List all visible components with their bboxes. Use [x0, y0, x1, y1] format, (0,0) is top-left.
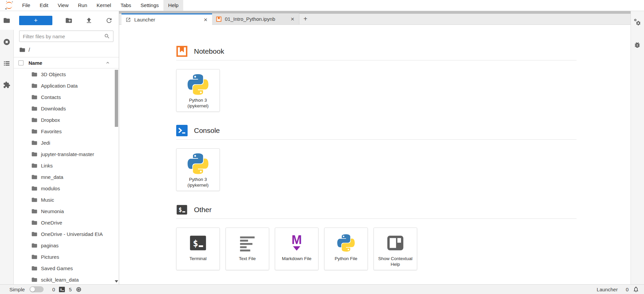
terminals-count[interactable]: 0	[52, 287, 55, 292]
bell-icon[interactable]	[633, 286, 639, 293]
card-notebook-python3[interactable]: Python 3 (ipykernel)	[176, 69, 220, 112]
python-logo-icon	[337, 234, 355, 252]
folder-row[interactable]: scikit_learn_data	[14, 274, 119, 284]
close-tab-icon[interactable]: ×	[203, 17, 208, 22]
folder-row[interactable]: Application Data	[14, 80, 119, 91]
section-title: Other	[194, 206, 212, 214]
dock-tab-bar: Launcher × 01_Intro_Python.ipynb × +	[119, 11, 631, 25]
menu-kernel[interactable]: Kernel	[92, 0, 116, 11]
card-terminal[interactable]: Terminal	[176, 228, 220, 270]
contextual-help-icon	[387, 234, 404, 252]
folder-row[interactable]: mne_data	[14, 171, 119, 183]
notifications-count[interactable]: 0	[626, 287, 629, 292]
text-file-icon	[239, 234, 256, 252]
bug-icon	[634, 41, 641, 49]
name-column-header[interactable]: Name	[29, 60, 105, 66]
folder-row[interactable]: jupyter-translate-master	[14, 148, 119, 160]
table-of-contents-icon	[3, 60, 10, 67]
file-browser-toolbar: +	[14, 11, 119, 30]
launcher-section-console: Console Python 3 (ipykernel)	[176, 125, 577, 191]
folder-row[interactable]: Music	[14, 194, 119, 205]
upload-icon[interactable]	[85, 17, 93, 24]
card-markdown-file[interactable]: Markdown File	[275, 228, 318, 270]
folder-row[interactable]: paginas	[14, 240, 119, 251]
launcher-section-other: Other Terminal Text File Markdown File	[176, 204, 577, 270]
card-show-contextual-help[interactable]: Show Contextual Help	[374, 228, 417, 270]
tab-launcher[interactable]: Launcher ×	[121, 13, 212, 25]
menu-edit[interactable]: Edit	[35, 0, 53, 11]
file-list-header[interactable]: Name	[14, 57, 119, 68]
folder-row[interactable]: Favorites	[14, 126, 119, 137]
home-folder-icon	[19, 47, 26, 53]
running-kernels-icon	[3, 38, 10, 46]
folder-row[interactable]: Saved Games	[14, 262, 119, 274]
python-logo-icon	[188, 153, 208, 174]
launcher-icon	[126, 17, 131, 22]
folder-row[interactable]: Links	[14, 160, 119, 171]
kernels-count[interactable]: 5	[69, 287, 71, 292]
simple-mode-toggle[interactable]	[30, 286, 44, 292]
file-list: 3D Objects Application Data Contacts Dow…	[14, 68, 119, 284]
status-bar: Simple 0 5 Launcher 0	[0, 284, 644, 294]
terminal-icon	[176, 204, 188, 215]
launcher-section-notebook: Notebook Python 3 (ipykernel)	[176, 46, 577, 112]
terminal-icon	[189, 234, 207, 252]
card-console-python3[interactable]: Python 3 (ipykernel)	[176, 148, 220, 191]
folder-row[interactable]: Neumonia	[14, 205, 119, 217]
puzzle-icon	[3, 81, 10, 89]
menu-settings[interactable]: Settings	[136, 0, 163, 11]
filter-files-box	[19, 31, 113, 42]
python-logo-icon	[188, 74, 208, 95]
new-launcher-button[interactable]: +	[19, 16, 52, 25]
left-sidebar	[0, 11, 14, 284]
sidebar-tab-file-browser[interactable]	[0, 11, 14, 30]
menu-run[interactable]: Run	[73, 0, 92, 11]
menu-file[interactable]: File	[17, 0, 35, 11]
card-python-file[interactable]: Python File	[324, 228, 368, 270]
select-all-checkbox[interactable]	[18, 60, 23, 65]
section-title: Console	[194, 127, 220, 135]
sort-ascending-icon	[105, 60, 110, 65]
close-tab-icon[interactable]: ×	[290, 16, 295, 22]
main-dock-panel: Launcher × 01_Intro_Python.ipynb × + Not…	[119, 11, 631, 284]
notebook-icon	[216, 16, 221, 22]
sidebar-tab-extensions[interactable]	[0, 76, 14, 94]
folder-row[interactable]: 3D Objects	[14, 68, 119, 80]
folder-row[interactable]: Dropbox	[14, 114, 119, 126]
sidebar-tab-debugger[interactable]	[634, 41, 642, 49]
console-icon	[176, 125, 188, 136]
section-title: Notebook	[194, 47, 224, 55]
file-browser-panel: + / Name 3D Objects Application Data Con…	[14, 11, 119, 284]
scroll-down-arrow-icon[interactable]	[115, 280, 118, 283]
gears-icon	[634, 18, 641, 26]
folder-row[interactable]: OneDrive - Universidad EIA	[14, 228, 119, 240]
sidebar-tab-running[interactable]	[0, 33, 14, 51]
menu-bar: File Edit View Run Kernel Tabs Settings …	[0, 0, 644, 11]
right-sidebar	[631, 11, 644, 284]
folder-row[interactable]: Contacts	[14, 91, 119, 103]
folder-row[interactable]: modulos	[14, 183, 119, 194]
tab-notebook-file[interactable]: 01_Intro_Python.ipynb ×	[212, 13, 299, 24]
new-folder-icon[interactable]	[65, 17, 72, 24]
sidebar-tab-property-inspector[interactable]	[634, 18, 642, 27]
file-list-scrollbar-thumb[interactable]	[115, 70, 118, 127]
context-label: Launcher	[597, 287, 618, 292]
folder-row[interactable]: Pictures	[14, 251, 119, 262]
terminal-badge-icon[interactable]	[59, 286, 65, 293]
folder-row[interactable]: Downloads	[14, 103, 119, 114]
sidebar-tab-toc[interactable]	[0, 54, 14, 73]
refresh-icon[interactable]	[105, 17, 113, 24]
breadcrumb[interactable]: /	[14, 45, 119, 57]
menu-view[interactable]: View	[53, 0, 73, 11]
add-tab-button[interactable]: +	[299, 13, 311, 24]
menu-tabs[interactable]: Tabs	[116, 0, 136, 11]
filter-files-input[interactable]	[19, 34, 104, 39]
simple-mode-label: Simple	[9, 287, 25, 292]
menu-help[interactable]: Help	[163, 0, 183, 11]
folder-row[interactable]: OneDrive	[14, 217, 119, 228]
card-text-file[interactable]: Text File	[226, 228, 269, 270]
folder-row[interactable]: Jedi	[14, 137, 119, 148]
jupyter-logo-icon	[4, 0, 14, 10]
kernel-chip-icon[interactable]	[76, 286, 82, 293]
notebook-icon	[176, 46, 188, 57]
